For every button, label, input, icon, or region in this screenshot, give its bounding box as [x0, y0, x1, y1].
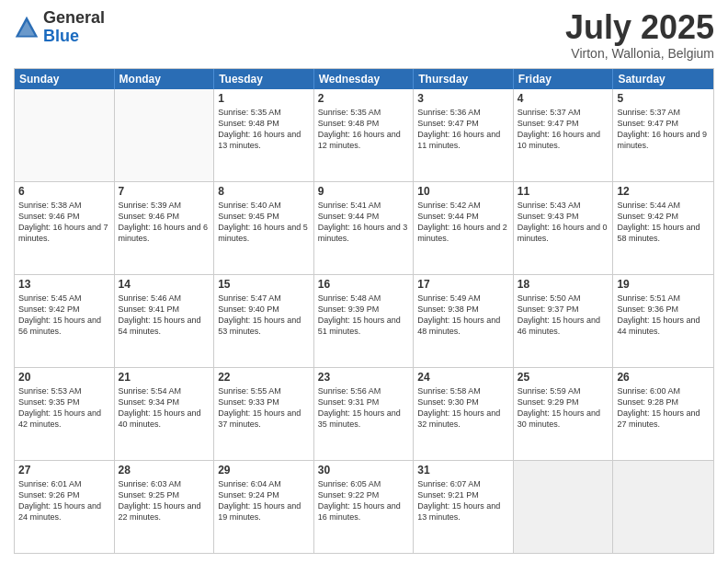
- cal-cell: 4Sunrise: 5:37 AMSunset: 9:47 PMDaylight…: [514, 89, 614, 181]
- calendar-row-3: 13Sunrise: 5:45 AMSunset: 9:42 PMDayligh…: [15, 274, 713, 367]
- day-info: Sunrise: 5:35 AMSunset: 9:48 PMDaylight:…: [218, 107, 310, 152]
- day-info: Sunrise: 5:41 AMSunset: 9:44 PMDaylight:…: [318, 200, 410, 245]
- day-info: Sunrise: 5:49 AMSunset: 9:38 PMDaylight:…: [417, 293, 509, 338]
- day-info: Sunrise: 5:45 AMSunset: 9:42 PMDaylight:…: [18, 293, 110, 338]
- day-info: Sunrise: 5:53 AMSunset: 9:35 PMDaylight:…: [18, 385, 110, 431]
- day-info: Sunrise: 5:58 AMSunset: 9:30 PMDaylight:…: [417, 385, 509, 431]
- cal-cell: 25Sunrise: 5:59 AMSunset: 9:29 PMDayligh…: [514, 368, 614, 460]
- cal-cell: 3Sunrise: 5:36 AMSunset: 9:47 PMDaylight…: [414, 89, 514, 181]
- day-info: Sunrise: 5:42 AMSunset: 9:44 PMDaylight:…: [417, 200, 509, 245]
- day-info: Sunrise: 6:05 AMSunset: 9:22 PMDaylight:…: [318, 478, 410, 523]
- day-info: Sunrise: 5:39 AMSunset: 9:46 PMDaylight:…: [119, 200, 210, 245]
- day-info: Sunrise: 6:07 AMSunset: 9:21 PMDaylight:…: [417, 478, 509, 523]
- calendar-row-2: 6Sunrise: 5:38 AMSunset: 9:46 PMDaylight…: [15, 181, 713, 274]
- cal-cell: 10Sunrise: 5:42 AMSunset: 9:44 PMDayligh…: [414, 182, 514, 274]
- day-number: 10: [417, 185, 509, 198]
- header-day-monday: Monday: [115, 69, 215, 89]
- day-number: 13: [18, 278, 110, 291]
- day-info: Sunrise: 6:03 AMSunset: 9:25 PMDaylight:…: [119, 478, 210, 523]
- logo-text: General Blue: [43, 9, 105, 46]
- day-number: 5: [617, 92, 710, 105]
- location: Virton, Wallonia, Belgium: [565, 46, 714, 61]
- month-title: July 2025: [565, 9, 714, 46]
- cal-cell: 24Sunrise: 5:58 AMSunset: 9:30 PMDayligh…: [414, 368, 514, 460]
- day-number: 3: [417, 92, 509, 105]
- cal-cell: 13Sunrise: 5:45 AMSunset: 9:42 PMDayligh…: [15, 275, 115, 367]
- day-info: Sunrise: 5:35 AMSunset: 9:48 PMDaylight:…: [318, 107, 410, 152]
- day-info: Sunrise: 6:04 AMSunset: 9:24 PMDaylight:…: [218, 478, 310, 523]
- cal-cell: 17Sunrise: 5:49 AMSunset: 9:38 PMDayligh…: [414, 275, 514, 367]
- day-number: 19: [617, 278, 710, 291]
- cal-cell: [115, 89, 215, 181]
- cal-cell: 15Sunrise: 5:47 AMSunset: 9:40 PMDayligh…: [214, 275, 314, 367]
- day-number: 20: [18, 371, 110, 384]
- day-info: Sunrise: 5:46 AMSunset: 9:41 PMDaylight:…: [119, 293, 210, 338]
- header-day-sunday: Sunday: [15, 69, 115, 89]
- cal-cell: 20Sunrise: 5:53 AMSunset: 9:35 PMDayligh…: [15, 368, 115, 460]
- cal-cell: 11Sunrise: 5:43 AMSunset: 9:43 PMDayligh…: [514, 182, 614, 274]
- day-number: 26: [617, 371, 710, 384]
- day-info: Sunrise: 6:01 AMSunset: 9:26 PMDaylight:…: [18, 478, 110, 523]
- day-number: 23: [318, 371, 410, 384]
- cal-cell: [514, 461, 614, 553]
- cal-cell: 14Sunrise: 5:46 AMSunset: 9:41 PMDayligh…: [115, 275, 215, 367]
- cal-cell: 23Sunrise: 5:56 AMSunset: 9:31 PMDayligh…: [314, 368, 415, 460]
- cal-cell: 6Sunrise: 5:38 AMSunset: 9:46 PMDaylight…: [15, 182, 115, 274]
- day-info: Sunrise: 5:44 AMSunset: 9:42 PMDaylight:…: [617, 200, 710, 245]
- cal-cell: 2Sunrise: 5:35 AMSunset: 9:48 PMDaylight…: [314, 89, 415, 181]
- day-number: 31: [417, 464, 509, 477]
- cal-cell: 28Sunrise: 6:03 AMSunset: 9:25 PMDayligh…: [115, 461, 215, 553]
- day-number: 27: [18, 464, 110, 477]
- day-number: 4: [518, 92, 609, 105]
- header-day-friday: Friday: [514, 69, 614, 89]
- day-info: Sunrise: 5:59 AMSunset: 9:29 PMDaylight:…: [518, 385, 609, 431]
- cal-cell: 18Sunrise: 5:50 AMSunset: 9:37 PMDayligh…: [514, 275, 614, 367]
- day-info: Sunrise: 5:47 AMSunset: 9:40 PMDaylight:…: [218, 293, 310, 338]
- cal-cell: 7Sunrise: 5:39 AMSunset: 9:46 PMDaylight…: [115, 182, 215, 274]
- day-info: Sunrise: 6:00 AMSunset: 9:28 PMDaylight:…: [617, 385, 710, 431]
- cal-cell: 5Sunrise: 5:37 AMSunset: 9:47 PMDaylight…: [613, 89, 713, 181]
- day-number: 1: [218, 92, 310, 105]
- cal-cell: 27Sunrise: 6:01 AMSunset: 9:26 PMDayligh…: [15, 461, 115, 553]
- day-number: 9: [318, 185, 410, 198]
- day-number: 15: [218, 278, 310, 291]
- day-number: 18: [518, 278, 609, 291]
- day-number: 17: [417, 278, 509, 291]
- calendar-body: 1Sunrise: 5:35 AMSunset: 9:48 PMDaylight…: [15, 89, 713, 553]
- day-number: 30: [318, 464, 410, 477]
- day-number: 16: [318, 278, 410, 291]
- header-day-wednesday: Wednesday: [314, 69, 415, 89]
- day-info: Sunrise: 5:43 AMSunset: 9:43 PMDaylight:…: [518, 200, 609, 245]
- day-info: Sunrise: 5:40 AMSunset: 9:45 PMDaylight:…: [218, 200, 310, 245]
- day-number: 25: [518, 371, 609, 384]
- cal-cell: 26Sunrise: 6:00 AMSunset: 9:28 PMDayligh…: [613, 368, 713, 460]
- header-day-saturday: Saturday: [613, 69, 713, 89]
- day-number: 24: [417, 371, 509, 384]
- logo-blue: Blue: [43, 27, 79, 45]
- cal-cell: 8Sunrise: 5:40 AMSunset: 9:45 PMDaylight…: [214, 182, 314, 274]
- cal-cell: 22Sunrise: 5:55 AMSunset: 9:33 PMDayligh…: [214, 368, 314, 460]
- logo-icon: [14, 15, 40, 40]
- cal-cell: 12Sunrise: 5:44 AMSunset: 9:42 PMDayligh…: [613, 182, 713, 274]
- day-number: 11: [518, 185, 609, 198]
- day-info: Sunrise: 5:37 AMSunset: 9:47 PMDaylight:…: [617, 107, 710, 152]
- day-info: Sunrise: 5:50 AMSunset: 9:37 PMDaylight:…: [518, 293, 609, 338]
- cal-cell: 30Sunrise: 6:05 AMSunset: 9:22 PMDayligh…: [314, 461, 415, 553]
- logo-general: General: [43, 8, 105, 27]
- cal-cell: 31Sunrise: 6:07 AMSunset: 9:21 PMDayligh…: [414, 461, 514, 553]
- cal-cell: 1Sunrise: 5:35 AMSunset: 9:48 PMDaylight…: [214, 89, 314, 181]
- page: General Blue July 2025 Virton, Wallonia,…: [0, 0, 728, 563]
- day-info: Sunrise: 5:38 AMSunset: 9:46 PMDaylight:…: [18, 200, 110, 245]
- day-info: Sunrise: 5:37 AMSunset: 9:47 PMDaylight:…: [518, 107, 609, 152]
- day-number: 14: [119, 278, 210, 291]
- header-day-tuesday: Tuesday: [214, 69, 314, 89]
- calendar-row-1: 1Sunrise: 5:35 AMSunset: 9:48 PMDaylight…: [15, 89, 713, 181]
- calendar-header: SundayMondayTuesdayWednesdayThursdayFrid…: [15, 69, 713, 89]
- day-number: 29: [218, 464, 310, 477]
- cal-cell: 16Sunrise: 5:48 AMSunset: 9:39 PMDayligh…: [314, 275, 415, 367]
- day-number: 7: [119, 185, 210, 198]
- cal-cell: 19Sunrise: 5:51 AMSunset: 9:36 PMDayligh…: [613, 275, 713, 367]
- cal-cell: 9Sunrise: 5:41 AMSunset: 9:44 PMDaylight…: [314, 182, 415, 274]
- day-number: 22: [218, 371, 310, 384]
- day-number: 8: [218, 185, 310, 198]
